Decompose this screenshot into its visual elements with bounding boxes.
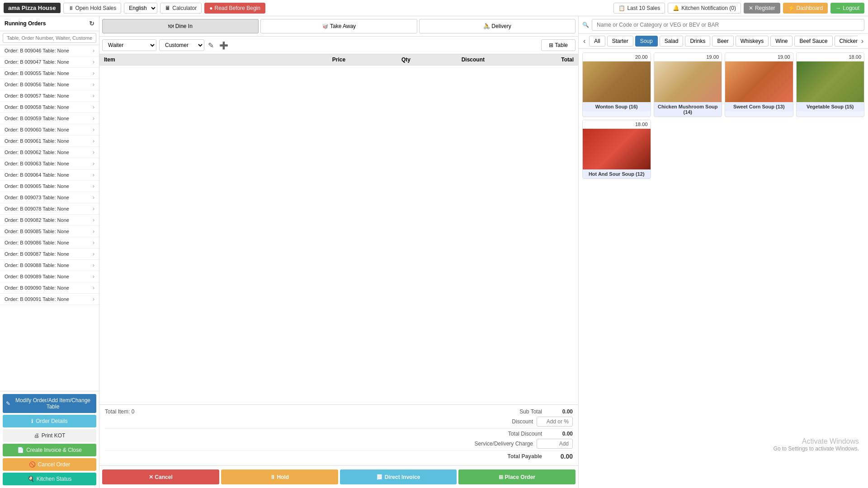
service-charge-input[interactable] [537, 439, 573, 449]
chevron-right-icon: › [93, 115, 94, 122]
order-list-item[interactable]: Order: B 009073 Table: None› [0, 192, 99, 203]
main-content: Running Orders ↻ Order: B 009046 Table: … [0, 16, 868, 488]
menu-card-image [797, 61, 864, 102]
order-list-item[interactable]: Order: B 009091 Table: None› [0, 294, 99, 305]
search-row: 🔍 [579, 16, 868, 34]
logout-button[interactable]: → Logout [830, 3, 864, 14]
cancel-order-icon: 🚫 [29, 461, 36, 468]
order-list-item[interactable]: Order: B 009058 Table: None› [0, 102, 99, 113]
category-tab-all[interactable]: All [589, 36, 605, 47]
order-list-item[interactable]: Order: B 009089 Table: None› [0, 271, 99, 282]
menu-card[interactable]: 20.00 Wonton Soup (16) [582, 52, 651, 117]
hold-button[interactable]: ⏸ Hold [221, 469, 338, 484]
customer-select[interactable]: Customer [159, 39, 204, 51]
category-tab-starter[interactable]: Starter [607, 36, 633, 47]
category-tab-drinks[interactable]: Drinks [685, 36, 710, 47]
menu-search-input[interactable] [592, 19, 864, 31]
order-details-button[interactable]: ℹ Order Details [3, 415, 96, 427]
order-list-item[interactable]: Order: B 009088 Table: None› [0, 260, 99, 271]
left-actions: ✎ Modify Order/Add Item/Change Table ℹ O… [0, 391, 99, 488]
category-tab-beer[interactable]: Beer [712, 36, 733, 47]
kitchen-status-button[interactable]: 🍳 Kitchen Status [3, 473, 96, 485]
order-list-item[interactable]: Order: B 009059 Table: None› [0, 113, 99, 124]
category-tab-beef-sauce[interactable]: Beef Sauce [794, 36, 832, 47]
order-list-item[interactable]: Order: B 009078 Table: None› [0, 203, 99, 215]
order-list-item[interactable]: Order: B 009082 Table: None› [0, 215, 99, 226]
category-tab-wine[interactable]: Wine [770, 36, 793, 47]
chevron-right-icon: › [93, 251, 94, 257]
order-list-item[interactable]: Order: B 009064 Table: None› [0, 169, 99, 181]
col-item-header: Item [104, 56, 305, 63]
chevron-right-icon: › [93, 160, 94, 167]
refresh-icon[interactable]: ↻ [89, 20, 94, 27]
order-list-item[interactable]: Order: B 009056 Table: None› [0, 79, 99, 90]
add-customer-button[interactable]: ➕ [217, 40, 230, 51]
order-search-input[interactable] [3, 33, 96, 43]
open-hold-sales-button[interactable]: ⏸ Open Hold Sales [63, 3, 122, 14]
order-list-item[interactable]: Order: B 009060 Table: None› [0, 124, 99, 136]
read-before-begin-button[interactable]: ● Read Before Begin [204, 3, 265, 14]
order-item-text: Order: B 009082 Table: None [5, 217, 69, 223]
menu-card-name: Chicken Mushroom Soup (14) [654, 102, 722, 117]
discount-input[interactable] [537, 417, 573, 427]
order-list-item[interactable]: Order: B 009057 Table: None› [0, 90, 99, 102]
chevron-right-icon: › [93, 127, 94, 133]
kitchen-icon: 🍳 [28, 476, 34, 482]
category-tab-whiskeys[interactable]: Whiskeys [736, 36, 769, 47]
cancel-button[interactable]: ✕ Cancel [102, 469, 219, 484]
order-list-item[interactable]: Order: B 009087 Table: None› [0, 249, 99, 260]
print-kot-button[interactable]: 🖨 Print KOT [3, 429, 96, 442]
menu-card[interactable]: 18.00 Hot And Sour Soup (12) [582, 120, 651, 179]
order-list-item[interactable]: Order: B 009065 Table: None› [0, 181, 99, 192]
next-category-button[interactable]: › [859, 36, 865, 46]
hold-btn-icon: ⏸ [270, 474, 277, 480]
chevron-right-icon: › [93, 262, 94, 268]
dine-in-button[interactable]: 🍽 Dine In [102, 19, 259, 33]
place-order-button[interactable]: ⊞ Place Order [458, 469, 576, 484]
edit-customer-button[interactable]: ✎ [206, 40, 216, 51]
order-footer: Total Item: 0 Sub Total 0.00 Discount To… [99, 404, 578, 465]
category-tab-chicken-sauce[interactable]: Chicken Sauce [835, 36, 858, 47]
menu-card-name: Hot And Sour Soup (12) [583, 169, 651, 178]
order-list-item[interactable]: Order: B 009047 Table: None› [0, 56, 99, 68]
cancel-order-button[interactable]: 🚫 Cancel Order [3, 458, 96, 471]
menu-card[interactable]: 19.00 Chicken Mushroom Soup (14) [654, 52, 722, 117]
col-price-header: Price [305, 56, 372, 63]
take-away-button[interactable]: 🥡 Take Away [260, 19, 417, 33]
order-list-item[interactable]: Order: B 009063 Table: None› [0, 158, 99, 169]
calculator-button[interactable]: 🖩 Calculator [160, 3, 202, 14]
category-tab-salad[interactable]: Salad [660, 36, 684, 47]
order-list-item[interactable]: Order: B 009090 Table: None› [0, 282, 99, 294]
brand-logo: ama Pizza House [4, 3, 61, 13]
menu-card-price: 20.00 [583, 53, 651, 61]
last-10-sales-button[interactable]: 📋 Last 10 Sales [613, 3, 665, 14]
order-list-item[interactable]: Order: B 009055 Table: None› [0, 68, 99, 79]
order-list-item[interactable]: Order: B 009062 Table: None› [0, 147, 99, 158]
table-button[interactable]: ⊞ Table [541, 39, 576, 51]
language-select[interactable]: English [124, 3, 157, 14]
order-list-item[interactable]: Order: B 009085 Table: None› [0, 226, 99, 237]
chevron-right-icon: › [93, 183, 94, 189]
direct-invoice-button[interactable]: 📃 Direct Invoice [340, 469, 457, 484]
menu-card[interactable]: 18.00 Vegetable Soup (15) [796, 52, 865, 117]
register-button[interactable]: ✕ Register [744, 3, 780, 14]
sub-total-value: 0.00 [546, 408, 573, 415]
prev-category-button[interactable]: ‹ [581, 36, 587, 46]
order-list-item[interactable]: Order: B 009086 Table: None› [0, 237, 99, 249]
menu-card-price: 18.00 [583, 120, 651, 129]
create-invoice-button[interactable]: 📄 Create Invoice & Close [3, 444, 96, 456]
col-qty-header: Qty [373, 56, 439, 63]
dashboard-button[interactable]: ⚡ Dashboard [783, 3, 828, 14]
waiter-select[interactable]: Waiter [102, 39, 156, 51]
category-tab-soup[interactable]: Soup [635, 36, 658, 47]
modify-order-button[interactable]: ✎ Modify Order/Add Item/Change Table [3, 394, 96, 413]
kitchen-notification-button[interactable]: 🔔 Kitchen Notification (0) [668, 3, 741, 14]
order-item-text: Order: B 009085 Table: None [5, 229, 69, 234]
menu-card-image [654, 61, 722, 102]
table-icon: ⊞ [549, 42, 553, 48]
delivery-button[interactable]: 🚴 Delivery [419, 19, 576, 33]
chevron-right-icon: › [93, 104, 94, 110]
menu-card[interactable]: 19.00 Sweet Corn Soup (13) [725, 52, 793, 117]
order-list-item[interactable]: Order: B 009061 Table: None› [0, 136, 99, 147]
order-list-item[interactable]: Order: B 009046 Table: None› [0, 45, 99, 56]
